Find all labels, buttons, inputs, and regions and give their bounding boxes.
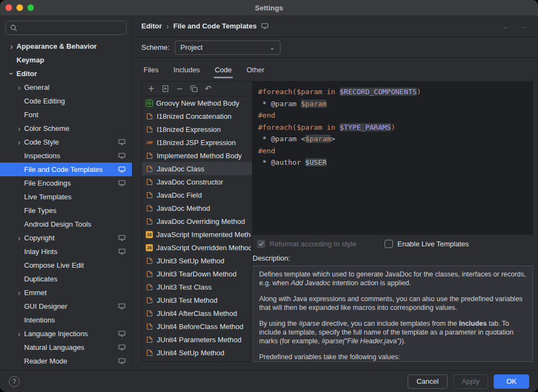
- code-line: * @param <$param>: [258, 133, 533, 145]
- sidebar-item-code-editing[interactable]: Code Editing: [0, 94, 132, 108]
- sidebar-item-keymap[interactable]: Keymap: [0, 53, 132, 67]
- template-item-javadoc-overriding-method[interactable]: JavaDoc Overriding Method: [142, 215, 252, 228]
- template-item-junit3-teardown-method[interactable]: JUnit3 TearDown Method: [142, 267, 252, 280]
- description-box: Defines template which used to generate …: [253, 266, 533, 362]
- sidebar-item-android-design-tools[interactable]: Android Design Tools: [0, 217, 132, 231]
- sidebar-item-gui-designer[interactable]: GUI Designer: [0, 299, 132, 313]
- chevron-right-icon[interactable]: ›: [14, 234, 24, 242]
- monitor-icon: [118, 344, 125, 350]
- template-file-icon: [146, 204, 153, 212]
- sidebar-item-inlay-hints[interactable]: Inlay Hints: [0, 245, 132, 258]
- sidebar-item-label: Inlay Hints: [24, 247, 115, 256]
- sidebar-item-label: General: [24, 83, 125, 91]
- template-item-label: JUnit3 SetUp Method: [157, 257, 225, 265]
- template-item-i18nized-jsp-expression[interactable]: JSPI18nized JSP Expression: [142, 136, 252, 149]
- sidebar-item-live-templates[interactable]: Live Templates: [0, 190, 132, 204]
- sidebar-item-editor[interactable]: ›Editor: [0, 67, 132, 80]
- breadcrumb-row: Editor › File and Code Templates ← →: [133, 15, 538, 37]
- add-template-button[interactable]: +: [145, 83, 158, 95]
- tab-includes[interactable]: Includes: [173, 58, 199, 81]
- remove-template-button[interactable]: −: [173, 83, 186, 95]
- sidebar-item-emmet[interactable]: ›Emmet: [0, 286, 132, 299]
- sidebar-item-appearance-behavior[interactable]: ›Appearance & Behavior: [0, 39, 132, 53]
- template-item-javadoc-constructor[interactable]: JavaDoc Constructor: [142, 175, 252, 188]
- description-paragraph: Predefined variables take the following …: [259, 353, 526, 361]
- template-file-icon: [146, 217, 153, 225]
- sidebar-item-inspections[interactable]: Inspections: [0, 149, 132, 163]
- apply-button[interactable]: Apply: [453, 374, 489, 389]
- sidebar-item-color-scheme[interactable]: ›Color Scheme: [0, 122, 132, 135]
- zoom-window-button[interactable]: [27, 4, 34, 11]
- help-button[interactable]: ?: [9, 376, 20, 387]
- template-item-junit3-setup-method[interactable]: JUnit3 SetUp Method: [142, 254, 252, 267]
- template-item-i18nized-concatenation[interactable]: I18nized Concatenation: [142, 109, 252, 123]
- close-window-button[interactable]: [5, 4, 12, 11]
- sidebar-item-intentions[interactable]: Intentions: [0, 313, 132, 327]
- ok-button[interactable]: OK: [494, 374, 529, 389]
- template-item-junit4-parameters-method[interactable]: JUnit4 Parameters Method: [142, 333, 252, 346]
- minimize-window-button[interactable]: [16, 4, 23, 11]
- sidebar-item-copyright[interactable]: ›Copyright: [0, 231, 132, 245]
- template-item-junit4-beforeclass-method[interactable]: JUnit4 BeforeClass Method: [142, 320, 252, 333]
- template-item-i18nized-expression[interactable]: I18nized Expression: [142, 123, 252, 136]
- sidebar-item-file-and-code-templates[interactable]: File and Code Templates: [0, 163, 132, 176]
- sidebar-item-file-types[interactable]: File Types: [0, 204, 132, 217]
- template-item-javadoc-field[interactable]: JavaDoc Field: [142, 188, 252, 201]
- sidebar-item-compose-live-edit[interactable]: Compose Live Edit: [0, 258, 132, 272]
- reset-templates-button[interactable]: ↶: [202, 83, 215, 95]
- sidebar-item-code-style[interactable]: ›Code Style: [0, 135, 132, 149]
- template-file-icon: [146, 349, 153, 356]
- sidebar-item-file-encodings[interactable]: File Encodings: [0, 176, 132, 190]
- forward-arrow-icon[interactable]: →: [520, 21, 528, 31]
- tab-files[interactable]: Files: [144, 58, 158, 81]
- sidebar-item-duplicates[interactable]: Duplicates: [0, 272, 132, 286]
- template-file-icon: [146, 125, 153, 133]
- cancel-button[interactable]: Cancel: [408, 374, 447, 389]
- template-item-label: JavaDoc Class: [157, 165, 204, 173]
- template-item-implemented-method-body[interactable]: Implemented Method Body: [142, 149, 252, 162]
- back-arrow-icon[interactable]: ←: [502, 21, 510, 31]
- scheme-select[interactable]: Project ⌄: [175, 41, 281, 55]
- template-item-junit4-setup-method[interactable]: JUnit4 SetUp Method: [142, 346, 252, 359]
- sidebar-item-language-injections[interactable]: ›Language Injections: [0, 327, 132, 341]
- sidebar-item-label: Inspections: [24, 152, 115, 160]
- template-editor[interactable]: #foreach($param in $RECORD_COMPONENTS) *…: [253, 81, 533, 235]
- reformat-checkbox[interactable]: Reformat according to style: [257, 240, 356, 248]
- chevron-down-icon[interactable]: ›: [8, 69, 16, 79]
- sidebar-item-general[interactable]: ›General: [0, 80, 132, 94]
- chevron-right-icon[interactable]: ›: [7, 42, 16, 50]
- copy-template-button[interactable]: [187, 83, 201, 95]
- chevron-right-icon[interactable]: ›: [14, 138, 24, 146]
- sidebar-item-natural-languages[interactable]: Natural Languages: [0, 341, 132, 354]
- breadcrumb-item-editor[interactable]: Editor: [141, 22, 162, 30]
- settings-search-input[interactable]: [20, 24, 122, 33]
- enable-live-templates-checkbox[interactable]: Enable Live Templates: [385, 240, 469, 248]
- chevron-right-icon[interactable]: ›: [14, 330, 24, 338]
- monitor-icon: [118, 249, 125, 255]
- chevron-right-icon[interactable]: ›: [14, 83, 24, 91]
- template-tabs: FilesIncludesCodeOther: [133, 58, 538, 81]
- sidebar-item-font[interactable]: Font: [0, 108, 132, 122]
- template-list-panel: +−↶ GGroovy New Method BodyI18nized Conc…: [141, 81, 253, 362]
- template-item-javadoc-class[interactable]: JavaDoc Class: [142, 162, 252, 175]
- template-item-javadoc-method[interactable]: JavaDoc Method: [142, 201, 252, 215]
- template-item-groovy-new-method-body[interactable]: GGroovy New Method Body: [142, 96, 252, 109]
- template-item-junit4-afterclass-method[interactable]: JUnit4 AfterClass Method: [142, 307, 252, 320]
- create-child-template-button[interactable]: [159, 83, 172, 95]
- sidebar-item-label: Android Design Tools: [24, 220, 125, 228]
- tab-code[interactable]: Code: [215, 58, 232, 81]
- chevron-right-icon[interactable]: ›: [14, 289, 24, 297]
- question-mark-icon: ?: [13, 378, 16, 385]
- chevron-right-icon[interactable]: ›: [14, 124, 24, 132]
- template-item-label: JavaDoc Constructor: [157, 178, 223, 186]
- tab-other[interactable]: Other: [247, 58, 265, 81]
- template-item-javascript-implemented-method[interactable]: JSJavaScript Implemented Method: [142, 228, 252, 241]
- template-item-junit3-test-method[interactable]: JUnit3 Test Method: [142, 293, 252, 307]
- template-item-javascript-overridden-method[interactable]: JSJavaScript Overridden Method: [142, 241, 252, 254]
- template-item-junit3-test-class[interactable]: JUnit3 Test Class: [142, 280, 252, 293]
- settings-search-box[interactable]: [5, 21, 127, 35]
- sidebar-item-label: GUI Designer: [24, 302, 115, 310]
- code-line: #foreach($param in $RECORD_COMPONENTS): [258, 86, 533, 98]
- sidebar-item-reader-mode[interactable]: Reader Mode: [0, 354, 132, 368]
- reset-icon: ↶: [205, 85, 212, 93]
